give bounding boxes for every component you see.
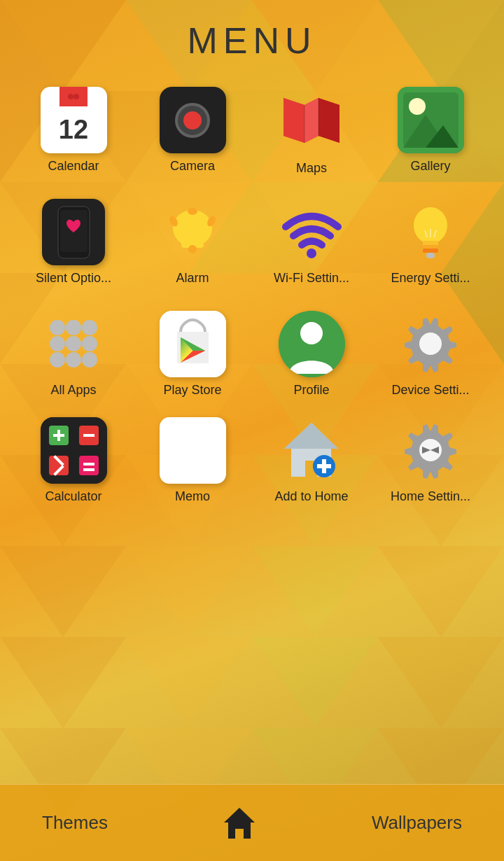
gallery-label: Gallery (410, 159, 450, 174)
svg-point-79 (66, 352, 81, 368)
themes-button[interactable]: Themes (42, 812, 108, 834)
svg-point-77 (82, 336, 97, 351)
app-gallery[interactable]: Gallery (371, 74, 490, 186)
maps-label: Maps (296, 161, 327, 176)
profile-label: Profile (293, 383, 329, 398)
gallery-icon (398, 87, 464, 153)
maps-icon (276, 85, 346, 155)
app-energy[interactable]: Energy Setti... (371, 186, 490, 298)
addtohome-label: Add to Home (274, 489, 348, 504)
app-playstore[interactable]: Play Store (133, 298, 252, 410)
homeset-label: Home Settin... (391, 489, 470, 504)
svg-point-76 (66, 336, 81, 351)
allapps-label: All Apps (50, 383, 96, 398)
app-calc[interactable]: Calculator (14, 410, 133, 511)
svg-point-64 (414, 207, 447, 244)
svg-point-63 (307, 248, 316, 258)
alarm-label: Alarm (176, 271, 209, 286)
page-title: MENU (187, 0, 316, 74)
svg-rect-54 (398, 87, 464, 153)
app-camera[interactable]: Camera (133, 74, 252, 186)
playstore-icon (160, 311, 226, 377)
app-wifi[interactable]: Wi-Fi Settin... (252, 186, 371, 298)
app-alarm[interactable]: Alarm (133, 186, 252, 298)
wallpapers-button[interactable]: Wallpapers (372, 812, 462, 834)
svg-point-72 (50, 320, 65, 335)
svg-point-84 (419, 332, 442, 355)
svg-point-78 (50, 352, 65, 368)
camera-label: Camera (170, 159, 215, 174)
app-allapps[interactable]: All Apps (14, 298, 133, 410)
playstore-label: Play Store (163, 383, 221, 398)
svg-marker-103 (224, 808, 255, 839)
devset-icon (398, 311, 464, 377)
svg-rect-95 (83, 463, 94, 465)
svg-rect-96 (83, 468, 94, 471)
calendar-icon: 12 (41, 87, 107, 153)
svg-rect-90 (83, 434, 94, 437)
app-maps[interactable]: Maps (252, 74, 371, 186)
camera-icon (160, 87, 226, 153)
svg-rect-68 (426, 253, 435, 258)
energy-label: Energy Setti... (391, 271, 470, 286)
memo-label: Memo (175, 489, 210, 504)
calendar-label: Calendar (48, 159, 99, 174)
addtohome-icon (279, 417, 345, 484)
silent-label: Silent Optio... (36, 271, 111, 286)
devset-label: Device Setti... (391, 383, 469, 398)
memo-icon (160, 417, 226, 484)
svg-rect-67 (423, 248, 438, 253)
app-profile[interactable]: Profile (252, 298, 371, 410)
svg-point-83 (300, 322, 323, 344)
wifi-label: Wi-Fi Settin... (274, 271, 349, 286)
alarm-icon (160, 199, 226, 265)
home-button[interactable] (221, 805, 258, 841)
app-addtohome[interactable]: Add to Home (252, 410, 371, 511)
app-devset[interactable]: Device Setti... (371, 298, 490, 410)
profile-icon (279, 311, 345, 377)
svg-rect-101 (317, 464, 331, 468)
app-homeset[interactable]: Home Settin... (371, 410, 490, 511)
silent-icon (42, 199, 105, 265)
svg-point-58 (188, 208, 197, 215)
svg-point-73 (66, 320, 81, 335)
app-memo[interactable]: Memo (133, 410, 252, 511)
wallpapers-label: Wallpapers (372, 812, 462, 834)
home-icon (221, 805, 258, 841)
svg-marker-44 (284, 98, 304, 143)
themes-label: Themes (42, 812, 108, 834)
calc-icon (41, 417, 107, 484)
svg-point-75 (50, 336, 65, 351)
bottom-bar: Themes Wallpapers (0, 784, 504, 861)
homeset-icon (398, 417, 464, 484)
app-calendar[interactable]: 12 Calendar (14, 74, 133, 186)
apps-grid: 12 Calendar Camera (14, 74, 490, 511)
energy-icon (398, 199, 464, 265)
svg-point-57 (173, 210, 212, 246)
svg-rect-88 (53, 434, 64, 437)
svg-point-60 (188, 245, 197, 253)
calc-label: Calculator (45, 489, 102, 504)
wifi-icon (279, 199, 345, 265)
svg-marker-46 (318, 98, 340, 143)
app-silent[interactable]: Silent Optio... (14, 186, 133, 298)
allapps-icon (41, 311, 107, 377)
svg-point-74 (82, 320, 97, 335)
svg-marker-98 (284, 423, 338, 449)
svg-marker-45 (304, 98, 318, 143)
svg-point-80 (82, 352, 97, 368)
